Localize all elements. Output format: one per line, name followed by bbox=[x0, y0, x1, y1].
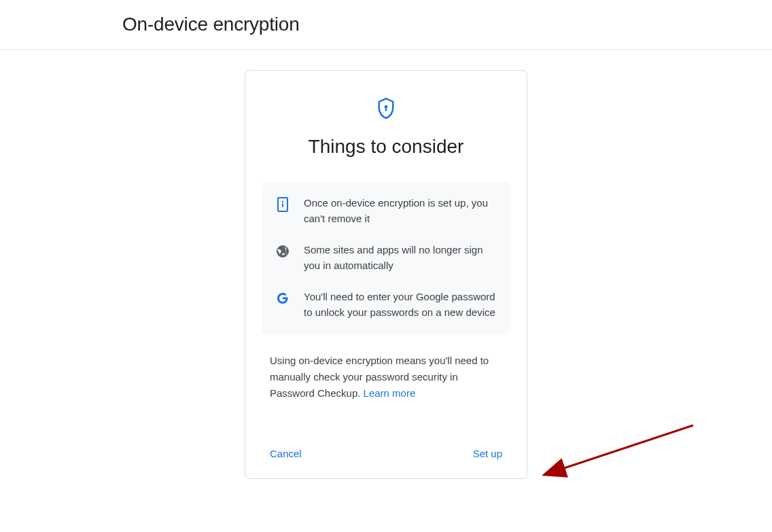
page-title: On-device encryption bbox=[122, 14, 772, 35]
info-item-signin: Some sites and apps will no longer sign … bbox=[275, 243, 497, 273]
info-item-password: You'll need to enter your Google passwor… bbox=[275, 289, 497, 320]
svg-rect-1 bbox=[385, 107, 387, 111]
button-row: Cancel Set up bbox=[262, 445, 510, 462]
svg-point-3 bbox=[282, 201, 283, 202]
info-item-permanent: Once on-device encryption is set up, you… bbox=[275, 196, 497, 226]
setup-button[interactable]: Set up bbox=[473, 445, 502, 462]
info-text-signin: Some sites and apps will no longer sign … bbox=[304, 243, 497, 273]
page-header: On-device encryption bbox=[0, 0, 772, 50]
learn-more-link[interactable]: Learn more bbox=[364, 387, 416, 399]
svg-point-6 bbox=[282, 253, 285, 255]
info-text-permanent: Once on-device encryption is set up, you… bbox=[304, 196, 497, 226]
globe-icon bbox=[275, 244, 290, 259]
phone-info-icon bbox=[275, 197, 290, 212]
footer-text: Using on-device encryption means you'll … bbox=[262, 353, 510, 402]
info-text-password: You'll need to enter your Google passwor… bbox=[304, 289, 497, 320]
arrow-annotation bbox=[537, 417, 700, 492]
svg-rect-4 bbox=[282, 204, 283, 207]
svg-line-8 bbox=[544, 425, 693, 475]
shield-icon bbox=[262, 98, 510, 120]
cancel-button[interactable]: Cancel bbox=[270, 445, 302, 462]
encryption-card: Things to consider Once on-device encryp… bbox=[245, 70, 527, 479]
info-box: Once on-device encryption is set up, you… bbox=[262, 182, 510, 334]
card-title: Things to consider bbox=[262, 136, 510, 158]
google-g-icon bbox=[275, 291, 290, 306]
